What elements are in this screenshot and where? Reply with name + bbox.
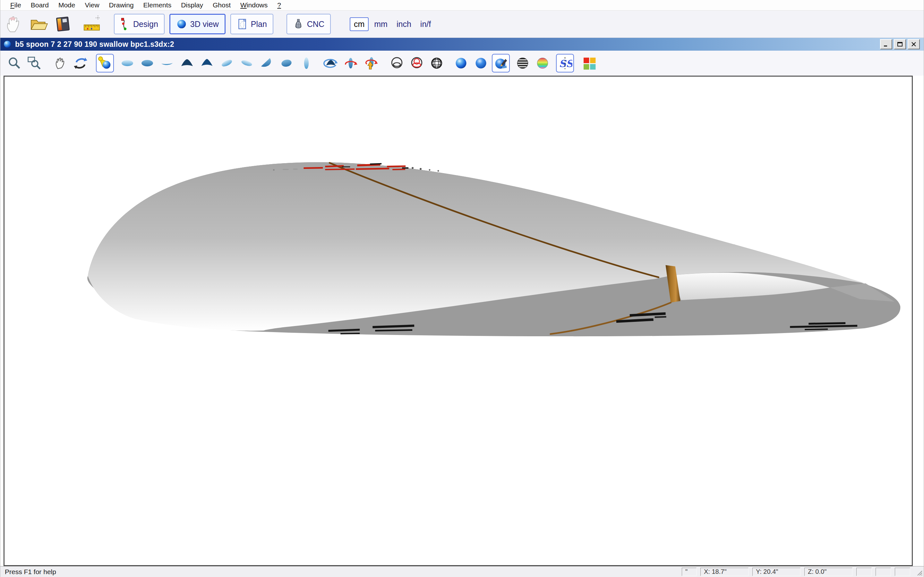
menu-item-display[interactable]: Display xyxy=(176,1,208,9)
board-perspective-top-icon[interactable] xyxy=(218,54,236,73)
document-title: b5 spoon 7 2 27 90 190 swallow bpc1.s3dx… xyxy=(15,40,174,49)
wireframe-mesh-icon[interactable] xyxy=(428,54,446,73)
board-perspective-tilt-icon[interactable] xyxy=(258,54,276,73)
save-icon[interactable] xyxy=(52,13,73,35)
board-end-view-icon[interactable] xyxy=(297,54,315,73)
light-render-icon[interactable] xyxy=(96,54,114,73)
plan-sheet-icon xyxy=(237,19,248,29)
document-titlebar[interactable]: b5 spoon 7 2 27 90 190 swallow bpc1.s3dx… xyxy=(0,38,924,51)
menu-item-mode[interactable]: Mode xyxy=(53,1,80,9)
cnc-button[interactable]: CNC xyxy=(286,14,331,34)
design-button-label: Design xyxy=(133,19,158,29)
curvature-map-icon[interactable] xyxy=(533,54,551,73)
svg-text:S: S xyxy=(559,58,567,69)
maximize-button[interactable] xyxy=(894,39,906,49)
color-palette-icon[interactable] xyxy=(580,54,598,73)
rotate-3d-icon[interactable] xyxy=(71,54,89,73)
window-controls xyxy=(880,39,920,49)
svg-text:S: S xyxy=(566,58,572,69)
design-button[interactable]: Design xyxy=(114,14,165,34)
plan-button[interactable]: Plan xyxy=(230,14,273,34)
view-3d-button-label: 3D view xyxy=(190,19,219,29)
status-x-field: X: 18.7" xyxy=(700,568,748,576)
design-curve-icon xyxy=(120,17,130,31)
open-folder-icon[interactable] xyxy=(28,13,49,35)
sphere-3d-icon xyxy=(176,19,187,29)
status-y-field: Y: 20.4" xyxy=(752,568,800,576)
document-sphere-icon xyxy=(3,40,12,49)
hand-icon[interactable] xyxy=(3,13,25,35)
board-3d-render[interactable] xyxy=(5,77,912,565)
menu-item-view[interactable]: View xyxy=(80,1,104,9)
menu-item-elements[interactable]: Elements xyxy=(139,1,176,9)
status-bar: Press F1 for help " X: 18.7" Y: 20.4" Z:… xyxy=(0,566,924,577)
zoom-icon[interactable] xyxy=(5,54,23,73)
resize-grip[interactable] xyxy=(915,568,923,576)
main-toolbar: Design 3D view Plan CNC cm mm inch in/f xyxy=(0,11,924,38)
board-perspective-rear-icon[interactable] xyxy=(278,54,296,73)
menu-item-file[interactable]: File xyxy=(5,1,26,9)
board-nose-view-icon[interactable] xyxy=(178,54,196,73)
board-bottom-view-icon[interactable] xyxy=(138,54,156,73)
render-shaded-icon[interactable] xyxy=(472,54,490,73)
pan-hand-icon[interactable] xyxy=(52,54,69,73)
status-help-text: Press F1 for help xyxy=(5,568,56,576)
symmetry-check-icon[interactable]: S S xyxy=(556,54,574,73)
board-side-view-icon[interactable] xyxy=(158,54,176,73)
zoom-window-icon[interactable] xyxy=(25,54,43,73)
status-z-field: Z: 0.0" xyxy=(804,568,853,576)
render-solid-icon[interactable] xyxy=(452,54,470,73)
minimize-button[interactable] xyxy=(880,39,892,49)
menu-item-drawing[interactable]: Drawing xyxy=(104,1,139,9)
wireframe-contours-icon[interactable] xyxy=(388,54,406,73)
minimize-icon xyxy=(883,42,889,47)
board-tail-view-icon[interactable] xyxy=(198,54,216,73)
menu-bar: File Board Mode View Drawing Elements Di… xyxy=(0,0,924,11)
unit-mm[interactable]: mm xyxy=(371,18,391,31)
close-button[interactable] xyxy=(908,39,920,49)
zebra-stripes-icon[interactable] xyxy=(514,54,531,73)
menu-item-board[interactable]: Board xyxy=(26,1,53,9)
measurements-ruler-icon[interactable] xyxy=(81,13,102,35)
menu-item-windows[interactable]: Windows xyxy=(236,1,272,9)
plan-button-label: Plan xyxy=(251,19,267,29)
board-perspective-bottom-icon[interactable] xyxy=(238,54,256,73)
viewport-3d[interactable] xyxy=(3,76,913,566)
status-empty-field xyxy=(895,568,910,576)
unit-cm[interactable]: cm xyxy=(350,17,368,31)
menu-item-ghost[interactable]: Ghost xyxy=(208,1,236,9)
close-icon xyxy=(911,42,917,47)
status-unit-field: " xyxy=(682,568,696,576)
units-selector: cm mm inch in/f xyxy=(350,17,436,31)
cnc-bit-icon xyxy=(293,19,304,29)
shape3d-app: { "menu_bar": { "items": [ {"label":"Fil… xyxy=(0,0,924,577)
board-top-view-icon[interactable] xyxy=(118,54,136,73)
rotate-pitch-icon[interactable] xyxy=(362,54,380,73)
render-edit-icon[interactable] xyxy=(492,54,510,73)
status-empty-field xyxy=(856,568,872,576)
rotate-flip-icon[interactable] xyxy=(322,54,340,73)
document-toolbar: S S xyxy=(0,51,924,76)
rotate-yaw-icon[interactable] xyxy=(342,54,360,73)
unit-inch[interactable]: inch xyxy=(393,18,415,31)
wireframe-red-contours-icon[interactable] xyxy=(408,54,426,73)
status-empty-field xyxy=(876,568,891,576)
unit-inf[interactable]: in/f xyxy=(417,18,435,31)
view-3d-button[interactable]: 3D view xyxy=(170,14,226,34)
cnc-button-label: CNC xyxy=(307,19,325,29)
menu-item-help[interactable]: ? xyxy=(272,1,286,9)
maximize-icon xyxy=(897,42,903,47)
